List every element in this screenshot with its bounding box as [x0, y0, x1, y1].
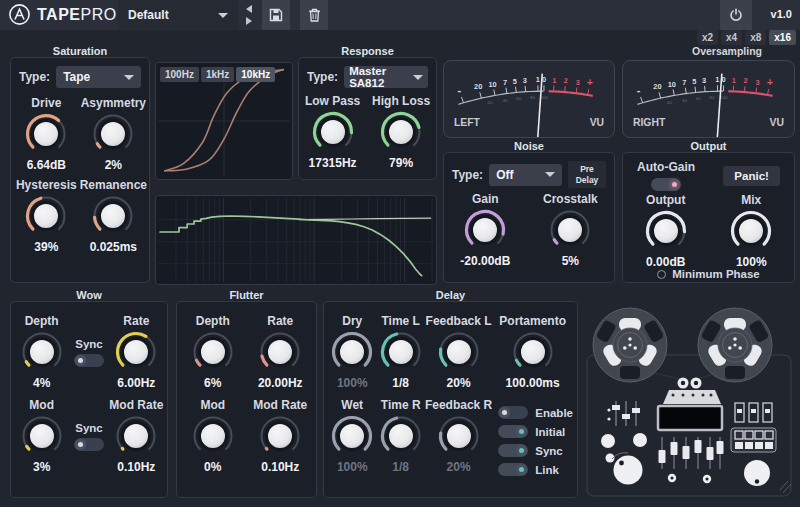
knob-value: 0%: [204, 460, 221, 474]
tape-machine-graphic: [583, 293, 798, 505]
output-title: Output: [622, 140, 795, 152]
delete-preset-button[interactable]: [300, 0, 328, 30]
knob-dial[interactable]: [643, 208, 689, 254]
svg-text:80: 80: [530, 95, 535, 100]
knob-dial[interactable]: [462, 207, 508, 253]
auto-gain-toggle[interactable]: [651, 178, 681, 191]
delay-initial-toggle[interactable]: [498, 425, 528, 438]
knob-value: 1/8: [392, 460, 409, 474]
knob-label: Asymmetry: [81, 96, 146, 110]
oversampling-x2-button[interactable]: x2: [697, 30, 718, 45]
knob-dial[interactable]: [329, 329, 375, 375]
delay-link-toggle[interactable]: [498, 463, 528, 476]
vu-meter-display: -201075310123+20406080100LEFTVU: [444, 61, 614, 137]
hysteresis-knob: Hysteresis39%: [13, 178, 80, 254]
knob-value: 2%: [105, 158, 122, 172]
knob-value: 17315Hz: [309, 156, 357, 170]
preset-prev-button[interactable]: [246, 5, 252, 13]
knob-dial[interactable]: [19, 329, 65, 375]
knob-value: 5%: [562, 254, 579, 268]
high-loss-knob: High Loss79%: [372, 94, 430, 170]
knob-dial[interactable]: [378, 413, 424, 459]
delay-feedback-l-knob: Feedback L20%: [425, 314, 492, 390]
bypass-power-button[interactable]: [720, 0, 752, 30]
wow-sync-toggle[interactable]: [74, 354, 104, 367]
knob-dial[interactable]: [547, 207, 593, 253]
knob-dial[interactable]: [436, 329, 482, 375]
knob-label: Dry: [342, 314, 362, 328]
knob-dial[interactable]: [23, 111, 69, 157]
wow-mod-rate-knob: Mod Rate0.10Hz: [108, 398, 165, 474]
knob-dial[interactable]: [257, 413, 303, 459]
knob-dial[interactable]: [510, 329, 556, 375]
knob-label: Gain: [472, 192, 499, 206]
knob-dial[interactable]: [436, 413, 482, 459]
knob-dial[interactable]: [378, 329, 424, 375]
panic-button[interactable]: Panic!: [723, 166, 780, 186]
minimum-phase-checkbox[interactable]: [657, 270, 666, 279]
knob-value: 1/8: [392, 376, 409, 390]
svg-text:2: 2: [564, 76, 568, 85]
preset-next-button[interactable]: [246, 17, 252, 25]
knob-dial[interactable]: [190, 413, 236, 459]
knob-dial[interactable]: [113, 413, 159, 459]
knob-dial[interactable]: [90, 193, 136, 239]
knob-label: Mod Rate: [253, 398, 307, 412]
oversampling-x4-button[interactable]: x4: [721, 30, 742, 45]
top-bar: TAPEPRO Default: [0, 0, 800, 30]
oversampling-x16-button[interactable]: x16: [769, 30, 796, 45]
wow-depth-knob: Depth4%: [13, 314, 70, 390]
pre-delay-button[interactable]: Pre Delay: [568, 161, 606, 188]
knob-dial[interactable]: [728, 208, 774, 254]
svg-text:1: 1: [732, 76, 736, 85]
delay-enable-label: Enable: [535, 407, 573, 419]
knob-value: 20%: [447, 460, 471, 474]
saturation-panel: Type: Tape Drive6.64dB Asymmetry2% Hyste…: [10, 57, 150, 283]
wow-mod-sync-toggle[interactable]: [74, 438, 104, 451]
hysteresis-tab-10kHz[interactable]: 10kHz: [236, 67, 275, 82]
svg-text:10: 10: [668, 80, 676, 89]
svg-text:7: 7: [682, 78, 686, 87]
knob-value: 100.00ms: [506, 376, 560, 390]
delay-enable-toggle[interactable]: [498, 406, 528, 419]
caelum-logo-icon: [8, 3, 31, 26]
pre-delay-line2: Delay: [568, 175, 606, 186]
knob-value: 4%: [33, 376, 50, 390]
chevron-down-icon: [218, 13, 228, 18]
delay-sync-toggle[interactable]: [498, 444, 528, 457]
svg-text:3: 3: [756, 78, 760, 87]
hysteresis-tab-100Hz[interactable]: 100Hz: [160, 67, 199, 82]
crosstalk-knob: Crosstalk5%: [543, 192, 598, 268]
flutter-mod-rate-knob: Mod Rate0.10Hz: [247, 398, 315, 474]
knob-value: -20.00dB: [460, 254, 510, 268]
delay-wet-knob: Wet100%: [328, 398, 376, 474]
response-type-select[interactable]: Master SA812: [344, 66, 428, 88]
knob-dial[interactable]: [19, 413, 65, 459]
output-panel: Auto-Gain Panic! Output0.00dB Mix100% Mi…: [622, 152, 795, 283]
svg-text:3: 3: [523, 76, 527, 85]
noise-gain-knob: Gain-20.00dB: [460, 192, 510, 268]
knob-dial[interactable]: [90, 111, 136, 157]
knob-dial[interactable]: [378, 109, 424, 155]
knob-dial[interactable]: [257, 329, 303, 375]
preset-select[interactable]: Default: [118, 0, 238, 30]
hysteresis-tab-1kHz[interactable]: 1kHz: [201, 67, 234, 82]
knob-dial[interactable]: [190, 329, 236, 375]
knob-dial[interactable]: [329, 413, 375, 459]
knob-label: Portamento: [499, 314, 566, 328]
oversampling-x8-button[interactable]: x8: [745, 30, 766, 45]
svg-text:1: 1: [552, 76, 556, 85]
noise-type-select[interactable]: Off: [489, 164, 562, 186]
knob-label: Depth: [196, 314, 230, 328]
wow-panel: Depth4% Sync Rate6.00Hz Mod3% Sync Mod R…: [10, 301, 168, 498]
saturation-type-select[interactable]: Tape: [56, 66, 141, 88]
knob-dial[interactable]: [310, 109, 356, 155]
knob-value: 20.00Hz: [258, 376, 303, 390]
noise-panel: Type: Off Pre Delay Gain-20.00dB Crossta…: [443, 152, 615, 283]
knob-dial[interactable]: [23, 193, 69, 239]
knob-value: 79%: [389, 156, 413, 170]
frequency-response-curve: [156, 196, 436, 284]
hysteresis-tabs: 100Hz1kHz10kHz: [160, 67, 275, 82]
knob-dial[interactable]: [113, 329, 159, 375]
save-preset-button[interactable]: [262, 0, 290, 30]
